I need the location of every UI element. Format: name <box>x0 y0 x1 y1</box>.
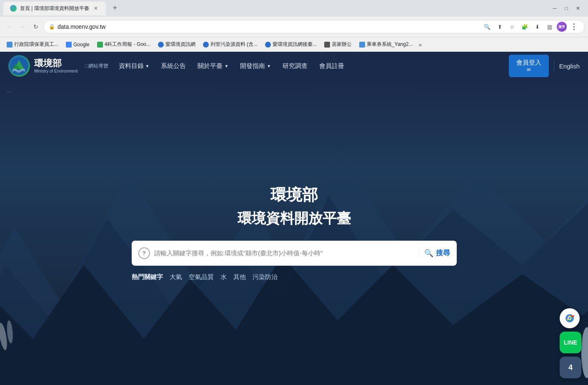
hero-title-line2: 環境資料開放平臺 <box>238 209 351 228</box>
english-link[interactable]: English <box>559 63 580 70</box>
star-icon-btn[interactable]: ☆ <box>507 21 518 32</box>
website-content: 環境部 Ministry of Environment :::網站導覽 資料目錄… <box>0 52 588 385</box>
nav-item-register[interactable]: 會員註冊 <box>314 59 349 73</box>
dots-menu-button[interactable]: ⋯ <box>7 87 13 96</box>
active-tab[interactable]: 首頁 | 環境部環境資料開放平臺 ✕ <box>3 2 106 15</box>
keyword-tag-water[interactable]: 水 <box>220 273 227 281</box>
keyword-tag-other[interactable]: 其他 <box>233 273 246 281</box>
minimize-button[interactable]: ─ <box>551 5 558 12</box>
bookmarks-bar: 行政院環保署員工... Google 4科工作周報 - Goo... 愛環境資訊… <box>0 37 588 52</box>
search-input[interactable] <box>154 249 415 257</box>
bookmark-item[interactable]: 愛環境資訊網 <box>155 39 199 50</box>
nav-item-research[interactable]: 研究調查 <box>278 59 313 73</box>
extensions-icon-btn[interactable]: 🧩 <box>519 21 530 32</box>
browser-frame: 首頁 | 環境部環境資料開放平臺 ✕ + ─ □ ✕ ← → ↻ 🔒 data.… <box>0 0 588 385</box>
bookmark-item[interactable]: Google <box>63 40 93 49</box>
tab-close-button[interactable]: ✕ <box>93 5 99 12</box>
chrome-menu-button[interactable]: ⋮ <box>568 22 579 31</box>
bookmark-favicon <box>66 42 72 48</box>
bookmark-label: 列管污染源資料 (含... <box>210 41 258 48</box>
profile-avatar[interactable]: 雅芳 <box>557 22 567 32</box>
bookmark-item[interactable]: 居家辦公 <box>321 39 355 50</box>
bookmark-label: 愛環境資訊網後臺... <box>273 41 317 48</box>
keyword-tag-airquality[interactable]: 空氣品質 <box>189 273 214 281</box>
search-icon-btn[interactable]: 🔍 <box>482 21 493 32</box>
nav-item-catalog[interactable]: 資料目錄 ▼ <box>114 59 155 73</box>
login-button[interactable]: 會員登入 ✉ <box>509 55 549 77</box>
site-nav: 環境部 Ministry of Environment :::網站導覽 資料目錄… <box>0 52 588 80</box>
search-button[interactable]: 🔍 搜尋 <box>419 248 450 258</box>
site-logo[interactable] <box>8 55 30 77</box>
lock-icon: 🔒 <box>49 24 55 30</box>
nav-divider <box>554 59 554 73</box>
svg-point-11 <box>0 322 9 351</box>
chevron-down-icon: ▼ <box>145 64 150 68</box>
hot-keywords-label: 熱門關鍵字 <box>132 273 163 281</box>
mail-icon: ✉ <box>527 67 530 73</box>
hero-title-line1: 環境部 <box>238 184 351 206</box>
bookmark-label: 行政院環保署員工... <box>14 41 58 48</box>
bookmark-item[interactable]: 愛環境資訊網後臺... <box>262 39 320 50</box>
nav-right: 會員登入 ✉ English <box>509 55 580 77</box>
bookmark-label: Google <box>73 42 90 48</box>
notification-badge[interactable]: 4 <box>560 357 581 378</box>
download-icon-btn[interactable]: ⬇ <box>532 21 543 32</box>
chevron-down-icon: ▼ <box>267 64 271 68</box>
forward-button[interactable]: → <box>17 21 28 33</box>
tab-favicon <box>10 5 17 12</box>
svg-point-12 <box>6 320 14 343</box>
window-controls: ─ □ ✕ <box>551 5 585 12</box>
logo-text: 環境部 Ministry of Environment <box>34 58 78 73</box>
address-bar: ← → ↻ 🔒 data.moenv.gov.tw 🔍 ⬆ ☆ 🧩 ⬇ ▥ 雅芳… <box>0 17 588 37</box>
hero-title: 環境部 環境資料開放平臺 <box>238 184 351 228</box>
search-bar: ? 🔍 搜尋 <box>132 241 457 266</box>
search-area: ? 🔍 搜尋 熱門關鍵字 大氣 空氣品質 水 其他 污染防治 <box>132 241 457 281</box>
sidebar-icon-btn[interactable]: ▥ <box>544 21 555 32</box>
bookmark-favicon <box>265 42 271 48</box>
search-help-button[interactable]: ? <box>138 247 150 259</box>
back-button[interactable]: ← <box>3 21 15 33</box>
google-chrome-badge <box>560 308 580 328</box>
bookmark-label: 愛環境資訊網 <box>165 41 195 48</box>
bookmark-item[interactable]: 4科工作周報 - Goo... <box>94 39 154 50</box>
bookmark-label: 居家辦公 <box>332 41 352 48</box>
chevron-down-icon: ▼ <box>224 64 228 68</box>
bookmarks-more-button[interactable]: » <box>417 40 424 50</box>
svg-point-8 <box>581 327 588 378</box>
profile-initials: 雅芳 <box>558 25 565 29</box>
nav-item-about[interactable]: 關於平臺 ▼ <box>193 59 233 73</box>
logo-area: 環境部 Ministry of Environment <box>8 55 78 77</box>
logo-chinese: 環境部 <box>34 58 78 68</box>
new-tab-button[interactable]: + <box>109 2 121 14</box>
maximize-button[interactable]: □ <box>563 5 570 12</box>
bookmark-item[interactable]: 乘車券系統_Yang2... <box>356 39 416 50</box>
search-icon: 🔍 <box>424 249 433 258</box>
bookmark-label: 4科工作周報 - Goo... <box>105 41 150 48</box>
close-button[interactable]: ✕ <box>575 5 581 12</box>
nav-item-announcement[interactable]: 系統公告 <box>156 59 191 73</box>
hero-section: ⋯ 環境部 環境資料開放平臺 ? 🔍 搜尋 熱門關 <box>0 80 588 385</box>
reload-button[interactable]: ↻ <box>30 21 42 33</box>
address-text: data.moenv.gov.tw <box>58 23 479 30</box>
title-bar: 首頁 | 環境部環境資料開放平臺 ✕ + ─ □ ✕ <box>0 0 588 17</box>
line-badge[interactable]: LINE <box>560 332 581 353</box>
bookmark-item[interactable]: 列管污染源資料 (含... <box>200 39 261 50</box>
keyword-tag-atmosphere[interactable]: 大氣 <box>170 273 182 281</box>
bookmark-favicon <box>203 42 209 48</box>
share-icon-btn[interactable]: ⬆ <box>494 21 505 32</box>
sitemap-link[interactable]: :::網站導覽 <box>84 63 108 70</box>
bookmark-favicon <box>97 42 103 48</box>
address-input[interactable]: 🔒 data.moenv.gov.tw 🔍 ⬆ ☆ 🧩 ⬇ ▥ 雅芳 ⋮ <box>43 20 585 33</box>
bookmark-favicon <box>158 42 164 48</box>
bookmark-favicon <box>7 42 13 48</box>
keyword-tag-pollution[interactable]: 污染防治 <box>253 273 278 281</box>
address-icons: 🔍 ⬆ ☆ 🧩 ⬇ ▥ 雅芳 ⋮ <box>482 21 579 32</box>
nav-item-devguide[interactable]: 開發指南 ▼ <box>235 59 276 73</box>
logo-svg <box>10 57 28 75</box>
bottom-right-badges: LINE 4 <box>560 308 581 378</box>
hot-keywords-area: 熱門關鍵字 大氣 空氣品質 水 其他 污染防治 <box>132 273 457 281</box>
tab-title: 首頁 | 環境部環境資料開放平臺 <box>20 5 89 12</box>
chrome-icon <box>564 312 575 324</box>
bookmark-label: 乘車券系統_Yang2... <box>367 41 413 48</box>
bookmark-item[interactable]: 行政院環保署員工... <box>3 39 62 50</box>
